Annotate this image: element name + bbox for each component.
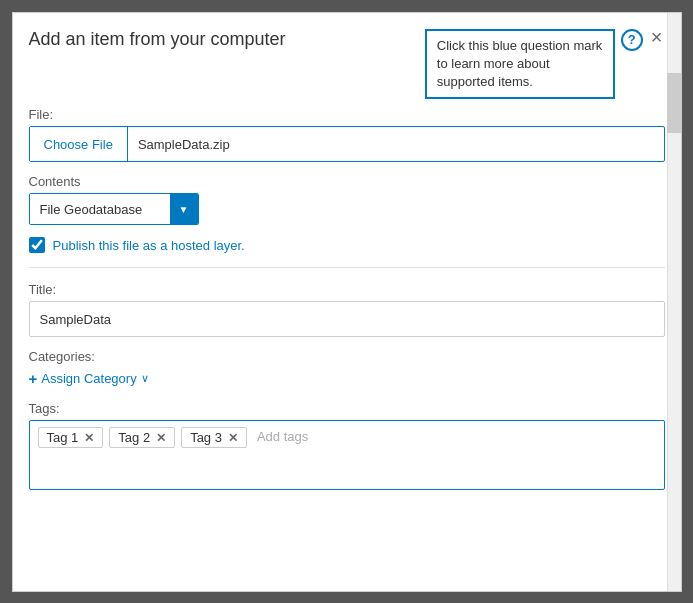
assign-chevron-icon: ∨: [141, 372, 149, 385]
help-icon[interactable]: ?: [621, 29, 643, 51]
choose-file-button[interactable]: Choose File: [30, 127, 128, 161]
title-section: Title:: [29, 282, 665, 337]
tag-chip-0: Tag 1 ✕: [38, 427, 104, 448]
title-label: Title:: [29, 282, 665, 297]
title-input[interactable]: [29, 301, 665, 337]
tag-chip-1-label: Tag 2: [118, 430, 150, 445]
dialog-title: Add an item from your computer: [29, 29, 425, 50]
divider-1: [29, 267, 665, 268]
tags-label: Tags:: [29, 401, 665, 416]
dialog-header: Add an item from your computer Click thi…: [13, 13, 681, 108]
tags-section: Tags: Tag 1 ✕ Tag 2 ✕ Tag 3 ✕ Add tags: [29, 401, 665, 490]
contents-label: Contents: [29, 174, 665, 189]
assign-plus-icon: +: [29, 370, 38, 387]
tags-input-area[interactable]: Tag 1 ✕ Tag 2 ✕ Tag 3 ✕ Add tags: [29, 420, 665, 490]
tooltip-box: Click this blue question mark to learn m…: [425, 29, 615, 100]
file-input-row: Choose File SampleData.zip: [29, 126, 665, 162]
select-arrow-icon: ▼: [170, 194, 198, 224]
assign-category-label: Assign Category: [41, 371, 136, 386]
tag-chip-2-label: Tag 3: [190, 430, 222, 445]
tooltip-text: Click this blue question mark to learn m…: [437, 38, 602, 89]
tag-chip-0-label: Tag 1: [47, 430, 79, 445]
tag-chip-2-remove[interactable]: ✕: [228, 432, 238, 444]
publish-row: Publish this file as a hosted layer.: [29, 237, 665, 253]
contents-select[interactable]: File Geodatabase Shapefile CSV GeoJSON: [30, 194, 170, 224]
tag-chip-2: Tag 3 ✕: [181, 427, 247, 448]
tag-chip-1: Tag 2 ✕: [109, 427, 175, 448]
header-right-area: Click this blue question mark to learn m…: [425, 29, 665, 100]
dialog-container: Add an item from your computer Click thi…: [12, 12, 682, 592]
file-label: File:: [29, 107, 665, 122]
publish-label: Publish this file as a hosted layer.: [53, 238, 245, 253]
publish-checkbox[interactable]: [29, 237, 45, 253]
dialog-body: File: Choose File SampleData.zip Content…: [13, 107, 681, 590]
categories-label: Categories:: [29, 349, 665, 364]
close-button[interactable]: ×: [649, 27, 665, 47]
tag-chip-0-remove[interactable]: ✕: [84, 432, 94, 444]
file-name-display: SampleData.zip: [128, 137, 240, 152]
help-icon-label: ?: [628, 32, 636, 47]
categories-section: Categories: + Assign Category ∨: [29, 349, 665, 389]
add-tags-placeholder: Add tags: [253, 427, 312, 448]
assign-category-button[interactable]: + Assign Category ∨: [29, 368, 149, 389]
tag-chip-1-remove[interactable]: ✕: [156, 432, 166, 444]
contents-section: Contents File Geodatabase Shapefile CSV …: [29, 174, 665, 225]
scrollbar-track: [667, 13, 681, 591]
contents-select-wrapper: File Geodatabase Shapefile CSV GeoJSON ▼: [29, 193, 199, 225]
scrollbar-thumb[interactable]: [667, 73, 681, 133]
file-section: File: Choose File SampleData.zip: [29, 107, 665, 162]
page-background: Add an item from your computer Click thi…: [0, 0, 693, 603]
